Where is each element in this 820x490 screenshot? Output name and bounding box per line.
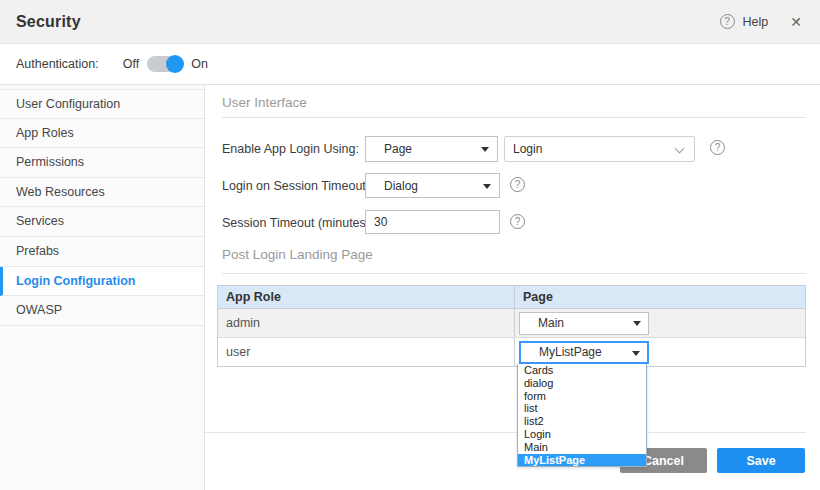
title-bar: Security ? Help ✕	[0, 0, 820, 44]
section-title-user-interface: User Interface	[222, 95, 307, 110]
admin-page-select[interactable]: Main	[519, 312, 649, 335]
dropdown-arrow-icon	[481, 147, 489, 152]
help-link[interactable]: Help	[743, 15, 769, 29]
login-type-select[interactable]: Page	[365, 136, 498, 162]
session-timeout-type-select[interactable]: Dialog	[365, 173, 500, 198]
sidebar-item-services[interactable]: Services	[0, 207, 204, 237]
sidebar-item-web-resources[interactable]: Web Resources	[0, 178, 204, 208]
user-page-select[interactable]: MyListPage	[519, 341, 649, 364]
dropdown-option-cards[interactable]: Cards	[518, 364, 646, 377]
dropdown-option-main[interactable]: Main	[518, 441, 646, 454]
post-login-landing-table: App Role Page admin Main user MyListPage	[217, 285, 806, 367]
authentication-label: Authentication:	[16, 57, 99, 71]
dropdown-option-mylistpage[interactable]: MyListPage	[518, 454, 646, 467]
sidebar-item-login-configuration[interactable]: Login Configuration	[0, 267, 204, 297]
session-timeout-minutes-input[interactable]	[365, 210, 500, 234]
settings-sidebar: User Configuration App Roles Permissions…	[0, 85, 205, 490]
app-role-cell: admin	[218, 309, 515, 337]
column-header-page: Page	[515, 286, 805, 308]
divider	[222, 273, 806, 274]
dropdown-option-list2[interactable]: list2	[518, 415, 646, 428]
login-type-value: Page	[384, 142, 412, 156]
sidebar-item-owasp[interactable]: OWASP	[0, 296, 204, 326]
help-icon[interactable]: ?	[510, 177, 525, 192]
table-header-row: App Role Page	[218, 286, 805, 309]
app-role-cell: user	[218, 338, 515, 366]
toggle-knob-icon	[166, 55, 184, 73]
table-row-user: user MyListPage	[218, 337, 805, 366]
authentication-toggle[interactable]	[147, 56, 183, 72]
close-icon[interactable]: ✕	[790, 14, 802, 30]
login-page-value: Login	[513, 142, 542, 156]
page-options-dropdown: Cards dialog form list list2 Login Main …	[517, 364, 647, 467]
page-title: Security	[16, 13, 81, 31]
session-timeout-minutes-label: Session Timeout (minutes):	[222, 216, 373, 230]
user-page-value: MyListPage	[539, 345, 602, 359]
sidebar-item-app-roles[interactable]: App Roles	[0, 119, 204, 149]
authentication-bar: Authentication: Off On	[0, 44, 820, 85]
sidebar-item-user-configuration[interactable]: User Configuration	[0, 89, 204, 119]
column-header-app-role: App Role	[218, 286, 515, 308]
help-icon[interactable]: ?	[720, 14, 735, 29]
dropdown-option-login[interactable]: Login	[518, 428, 646, 441]
dropdown-option-form[interactable]: form	[518, 390, 646, 403]
dropdown-option-list[interactable]: list	[518, 402, 646, 415]
toggle-on-label: On	[191, 57, 208, 71]
admin-page-value: Main	[538, 316, 564, 330]
help-icon[interactable]: ?	[510, 214, 525, 229]
enable-app-login-label: Enable App Login Using:	[222, 142, 359, 156]
dropdown-arrow-icon	[632, 351, 640, 356]
toggle-off-label: Off	[123, 57, 139, 71]
session-timeout-type-value: Dialog	[384, 179, 418, 193]
login-page-select[interactable]: Login	[504, 136, 695, 162]
sidebar-item-prefabs[interactable]: Prefabs	[0, 237, 204, 267]
session-timeout-login-label: Login on Session Timeout:	[222, 179, 369, 193]
login-configuration-panel: User Interface Enable App Login Using: P…	[205, 85, 820, 490]
help-icon[interactable]: ?	[710, 140, 725, 155]
dropdown-arrow-icon	[633, 321, 641, 326]
footer-divider	[205, 432, 806, 433]
chevron-down-icon	[675, 144, 685, 154]
dropdown-arrow-icon	[483, 184, 491, 189]
sidebar-item-permissions[interactable]: Permissions	[0, 148, 204, 178]
save-button[interactable]: Save	[717, 448, 805, 473]
divider	[222, 117, 806, 118]
security-dialog: Security ? Help ✕ Authentication: Off On…	[0, 0, 820, 490]
section-title-post-login: Post Login Landing Page	[222, 247, 373, 262]
dropdown-option-dialog[interactable]: dialog	[518, 377, 646, 390]
table-row-admin: admin Main	[218, 309, 805, 337]
